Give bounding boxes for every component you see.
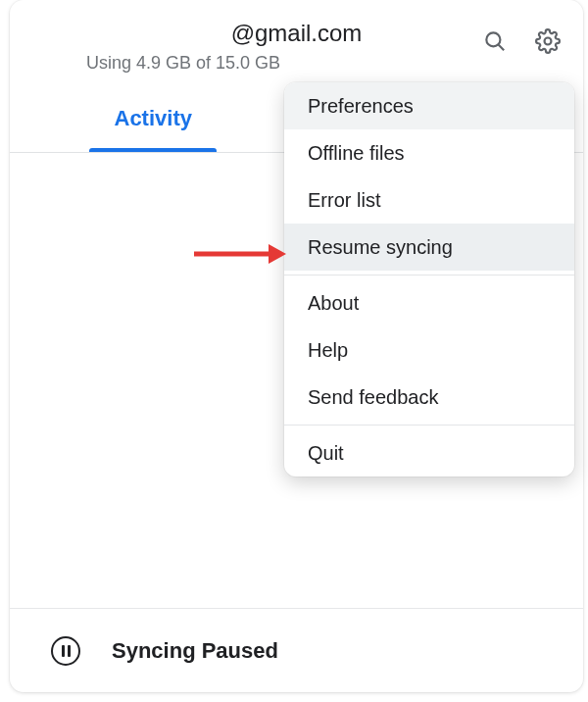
svg-line-1 (498, 44, 504, 50)
menu-separator (284, 275, 574, 276)
tab-activity[interactable]: Activity (10, 84, 297, 152)
settings-menu: Preferences Offline files Error list Res… (284, 82, 574, 476)
tab-label: Activity (115, 106, 192, 131)
menu-item-label: Error list (308, 189, 380, 212)
menu-item-label: Offline files (308, 142, 405, 165)
menu-item-label: Help (308, 339, 348, 362)
menu-item-label: Send feedback (308, 386, 438, 409)
svg-point-2 (545, 38, 552, 45)
menu-separator (284, 425, 574, 426)
svg-point-0 (486, 32, 500, 46)
menu-resume-syncing[interactable]: Resume syncing (284, 224, 574, 271)
drive-sync-window: @gmail.com Using 4.9 GB of 15.0 GB Activ… (10, 0, 583, 692)
menu-item-label: Quit (308, 442, 344, 465)
status-text: Syncing Paused (112, 638, 278, 664)
menu-item-label: About (308, 292, 359, 315)
menu-offline-files[interactable]: Offline files (284, 129, 574, 176)
menu-preferences[interactable]: Preferences (284, 82, 574, 129)
menu-about[interactable]: About (284, 279, 574, 326)
menu-item-label: Resume syncing (308, 236, 453, 259)
menu-item-label: Preferences (308, 95, 414, 118)
footer: Syncing Paused (10, 608, 583, 692)
menu-help[interactable]: Help (284, 326, 574, 374)
header: @gmail.com Using 4.9 GB of 15.0 GB (10, 0, 583, 84)
header-actions (481, 27, 562, 55)
storage-usage: Using 4.9 GB of 15.0 GB (86, 53, 583, 74)
menu-send-feedback[interactable]: Send feedback (284, 374, 574, 421)
search-icon[interactable] (481, 27, 509, 55)
menu-error-list[interactable]: Error list (284, 176, 574, 224)
menu-quit[interactable]: Quit (284, 429, 574, 476)
gear-icon[interactable] (534, 27, 562, 55)
pause-icon (51, 636, 80, 666)
